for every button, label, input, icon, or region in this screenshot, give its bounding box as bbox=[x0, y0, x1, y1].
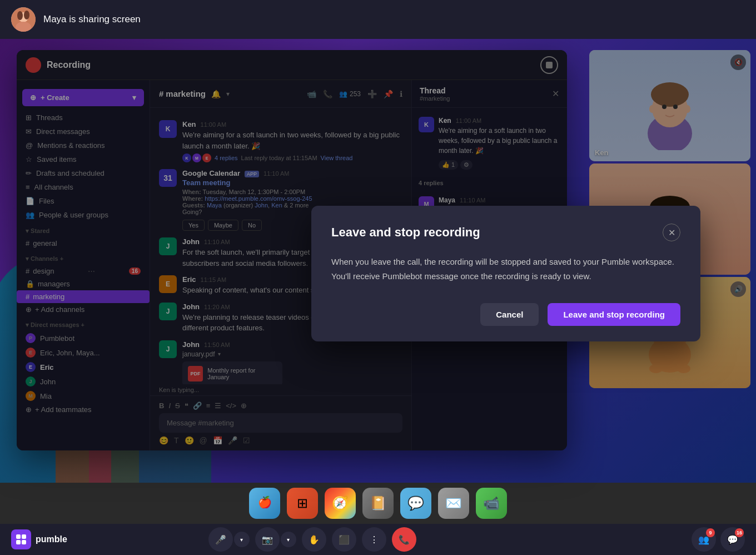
dock-messages[interactable]: 💬 bbox=[400, 488, 431, 519]
info-icon[interactable]: ℹ bbox=[400, 90, 402, 98]
settings-reaction[interactable]: ⚙ bbox=[460, 160, 472, 170]
dock-facetime[interactable]: 📹 bbox=[476, 488, 507, 519]
more-options-button[interactable]: ⋮ bbox=[362, 527, 386, 552]
unordered-list-button[interactable]: ≡ bbox=[206, 402, 211, 410]
sidebar-item-people[interactable]: 👥 People & user groups bbox=[17, 208, 150, 222]
dock-launchpad[interactable]: ⊞ bbox=[287, 488, 318, 519]
sidebar-channel-general[interactable]: # general bbox=[17, 237, 150, 250]
phone-icon[interactable]: 📞 bbox=[323, 90, 332, 98]
guest-john[interactable]: John bbox=[255, 202, 268, 209]
dock-safari[interactable]: 🧭 bbox=[325, 488, 356, 519]
add-dm-icon[interactable]: + bbox=[81, 321, 84, 328]
calendar-event-title[interactable]: Team meeting bbox=[182, 179, 402, 187]
dock-finder[interactable]: 🍎 bbox=[249, 488, 280, 519]
camera-button[interactable]: 📷 bbox=[255, 527, 280, 552]
leave-stop-recording-dialog: Leave and stop recording ✕ When you leav… bbox=[311, 206, 700, 341]
screen-share-button[interactable]: ⬛ bbox=[332, 527, 356, 552]
sidebar-item-saved[interactable]: ☆ Saved items bbox=[17, 152, 150, 166]
dm-eric[interactable]: E Eric bbox=[17, 360, 150, 374]
people-icon: 👥 bbox=[339, 90, 347, 98]
view-thread-link[interactable]: View thread bbox=[321, 155, 353, 161]
thread-header: Thread #marketing ✕ bbox=[412, 80, 567, 108]
msg-time: 11:10 AM bbox=[204, 239, 230, 245]
link-button[interactable]: 🔗 bbox=[193, 402, 202, 410]
sidebar-item-channels[interactable]: ≡ All channels bbox=[17, 180, 150, 194]
calendar-button[interactable]: 📅 bbox=[213, 436, 222, 445]
pdf-title: Monthly report for January bbox=[207, 367, 277, 380]
member-count[interactable]: 👥 253 bbox=[339, 90, 361, 98]
mention-icon: @ bbox=[26, 141, 33, 150]
bottom-bar: 🍎 ⊞ 🧭 📔 💬 ✉️ 📹 bbox=[0, 483, 756, 555]
yes-button[interactable]: Yes bbox=[182, 220, 205, 231]
emoji-button[interactable]: 😊 bbox=[159, 436, 168, 445]
pdf-icon: PDF bbox=[188, 366, 203, 381]
more-format-button[interactable]: ⊕ bbox=[241, 402, 247, 410]
group-label: Eric, John, Maya... bbox=[40, 349, 100, 357]
sidebar-item-files[interactable]: 📄 Files bbox=[17, 194, 150, 208]
quote-button[interactable]: ❝ bbox=[185, 402, 188, 410]
guest-maya[interactable]: Maya bbox=[207, 202, 222, 209]
mic-button[interactable]: 🎤 bbox=[208, 527, 233, 552]
text-format-button[interactable]: T bbox=[174, 436, 179, 445]
add-teammates-button[interactable]: ⊕ + Add teammates bbox=[17, 403, 150, 416]
dm-mia[interactable]: M Mia bbox=[17, 389, 150, 403]
maybe-button[interactable]: Maybe bbox=[208, 220, 238, 231]
files-label: Files bbox=[39, 197, 54, 205]
end-call-button[interactable]: 📞 bbox=[392, 527, 416, 552]
ken-thread-avatar: K bbox=[419, 117, 434, 132]
sidebar-item-drafts[interactable]: ✏ Drafts and scheduled bbox=[17, 166, 150, 180]
modal-close-button[interactable]: ✕ bbox=[663, 224, 680, 241]
chat-button[interactable]: 💬 16 bbox=[720, 527, 745, 552]
stop-recording-button[interactable] bbox=[540, 56, 558, 74]
dm-group[interactable]: E Eric, John, Maya... bbox=[17, 345, 150, 360]
no-button[interactable]: No bbox=[242, 220, 262, 231]
code-button[interactable]: </> bbox=[226, 402, 236, 410]
meeting-link[interactable]: https://meet.pumble.com/omv-ssog-245 bbox=[205, 195, 312, 202]
microphone-button[interactable]: 🎤 bbox=[228, 436, 237, 445]
mic-dropdown-button[interactable]: ▾ bbox=[234, 532, 250, 547]
more-icon[interactable]: ⋯ bbox=[88, 267, 95, 275]
cancel-button[interactable]: Cancel bbox=[480, 303, 539, 326]
chevron-down-icon[interactable]: ▾ bbox=[218, 351, 221, 357]
sidebar-channel-design[interactable]: # design ⋯ 16 bbox=[17, 265, 150, 278]
dm-john[interactable]: J John bbox=[17, 374, 150, 389]
create-button[interactable]: ⊕ + Create ▾ bbox=[22, 89, 144, 106]
checklist-button[interactable]: ☑ bbox=[243, 436, 250, 445]
add-channels-button[interactable]: ⊕ + Add channels bbox=[17, 303, 150, 316]
dm-pumblebot[interactable]: P Pumblebot bbox=[17, 331, 150, 345]
thumbsup-reaction[interactable]: 👍 1 bbox=[439, 160, 458, 170]
reply-time: Last reply today at 11:15AM bbox=[241, 155, 317, 161]
message-input[interactable]: Message #marketing bbox=[159, 413, 402, 433]
pdf-attachment[interactable]: PDF Monthly report for January bbox=[182, 361, 282, 385]
close-thread-button[interactable]: ✕ bbox=[552, 88, 559, 99]
sidebar-channel-marketing[interactable]: # marketing bbox=[17, 290, 150, 303]
dock-mail[interactable]: ✉️ bbox=[438, 488, 469, 519]
chevron-down-icon[interactable]: ▾ bbox=[226, 90, 230, 98]
video-icon[interactable]: 📹 bbox=[307, 90, 316, 98]
add-channel-icon[interactable]: + bbox=[60, 255, 63, 262]
bold-button[interactable]: B bbox=[159, 402, 164, 410]
camera-dropdown-button[interactable]: ▾ bbox=[281, 532, 296, 547]
add-member-icon[interactable]: ➕ bbox=[367, 90, 377, 98]
design-label: design bbox=[33, 267, 54, 275]
leave-stop-recording-button[interactable]: Leave and stop recording bbox=[548, 303, 680, 326]
participants-button[interactable]: 👥 9 bbox=[692, 527, 716, 552]
strikethrough-button[interactable]: S bbox=[175, 402, 180, 410]
dock-app4[interactable]: 📔 bbox=[362, 488, 394, 519]
sidebar-item-mentions[interactable]: @ Mentions & reactions bbox=[17, 138, 150, 152]
lock-icon: 🔒 bbox=[26, 280, 34, 288]
ordered-list-button[interactable]: ☰ bbox=[215, 402, 221, 410]
sender-name: Ken bbox=[439, 117, 451, 125]
hand-raise-button[interactable]: ✋ bbox=[302, 527, 326, 552]
maya-avatar bbox=[11, 7, 36, 32]
at-button[interactable]: @ bbox=[200, 436, 207, 445]
emoji2-button[interactable]: 🙂 bbox=[185, 436, 194, 445]
italic-button[interactable]: I bbox=[168, 402, 171, 410]
sidebar-channel-managers[interactable]: 🔒 managers bbox=[17, 278, 150, 290]
ken-msg-content: Ken 11:00 AM We're aiming for a soft lau… bbox=[182, 120, 402, 162]
pin-icon[interactable]: 📌 bbox=[384, 90, 393, 98]
sidebar-item-direct-messages[interactable]: ✉ Direct messages bbox=[17, 125, 150, 138]
guest-ken[interactable]: Ken bbox=[271, 202, 282, 209]
reply-indicator[interactable]: K M E 4 replies Last reply today at 11:1… bbox=[182, 153, 402, 162]
sidebar-item-threads[interactable]: ⊞ Threads bbox=[17, 111, 150, 125]
